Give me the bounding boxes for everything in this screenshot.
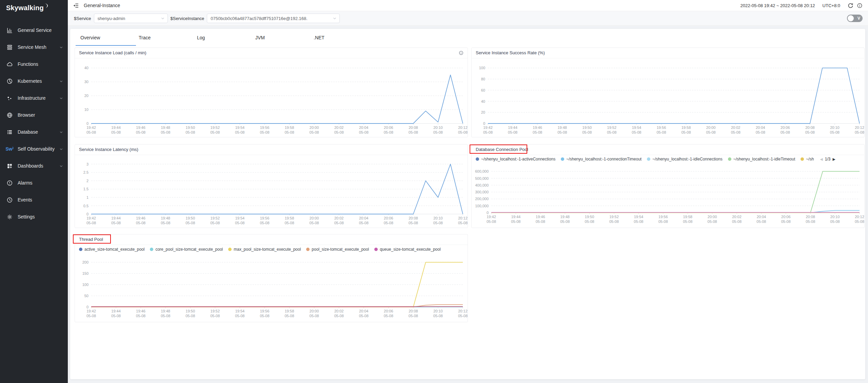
svg-text:200: 200 — [82, 260, 88, 264]
legend-dot — [374, 248, 378, 251]
card-service-instance-latency: Service Instance Latency (ms) 00.511.522… — [75, 144, 468, 228]
svg-text:05-08: 05-08 — [260, 130, 269, 134]
svg-text:05-08: 05-08 — [683, 219, 692, 224]
globe-icon — [6, 112, 13, 118]
legend-item[interactable]: ~/shenyu_localhost:-1-idleConnections — [647, 157, 722, 161]
legend-item[interactable]: ~/sh — [801, 157, 814, 161]
sidebar-item-label: Events — [18, 197, 63, 203]
chevron-down-icon — [59, 147, 63, 151]
svg-text:05-08: 05-08 — [855, 130, 864, 134]
svg-text:19:42: 19:42 — [86, 309, 96, 313]
svg-text:05-08: 05-08 — [310, 221, 319, 225]
tab-overview[interactable]: Overview — [80, 32, 139, 44]
svg-text:05-08: 05-08 — [732, 219, 742, 224]
svg-text:05-08: 05-08 — [111, 130, 121, 134]
legend-dot — [476, 157, 479, 161]
legend-item[interactable]: pool_size-tomcat_execute_pool — [306, 247, 369, 252]
legend-item[interactable]: active_size-tomcat_execute_pool — [79, 247, 144, 252]
svg-text:19:44: 19:44 — [508, 126, 517, 130]
sidebar-item-label: Browser — [18, 112, 63, 118]
svg-text:19:56: 19:56 — [658, 215, 668, 219]
info-icon[interactable] — [857, 3, 863, 8]
svg-text:05-08: 05-08 — [560, 219, 570, 224]
svg-text:20:04: 20:04 — [359, 216, 369, 220]
legend-next-icon[interactable]: ▶ — [832, 157, 835, 161]
svg-text:19:58: 19:58 — [285, 126, 294, 130]
thread-pool-chart[interactable]: 05010015020019:4205-0819:4405-0819:4605-… — [75, 254, 468, 322]
svg-text:19:56: 19:56 — [260, 216, 270, 220]
svg-text:19:50: 19:50 — [583, 126, 592, 130]
sidebar-item-self-observability[interactable]: Sw⁾ Self Observability — [0, 140, 68, 157]
bar-chart-icon — [6, 27, 13, 34]
sidebar-item-browser[interactable]: Browser — [0, 107, 68, 123]
page-title: General-Instance — [84, 3, 120, 8]
svg-text:10: 10 — [84, 108, 88, 112]
sidebar-item-general-service[interactable]: General Service — [0, 22, 68, 39]
sidebar-item-functions[interactable]: Functions — [0, 56, 68, 73]
dashboard-panel: Overview Trace Log JVM .NET Service Inst… — [70, 29, 865, 379]
svg-text:1: 1 — [86, 195, 88, 199]
svg-text:20:00: 20:00 — [310, 309, 319, 313]
sidebar-item-infrastructure[interactable]: Infrastructure — [0, 90, 68, 107]
variables-bar: $Service shenyu-admin $ServiceInstance 0… — [68, 11, 868, 26]
card-thread-pool: Thread Pool active_size-tomcat_execute_p… — [75, 234, 468, 322]
svg-text:19:44: 19:44 — [111, 309, 121, 313]
service-instance-latency-chart[interactable]: 00.511.522.5319:4205-0819:4405-0819:4605… — [75, 155, 468, 229]
view-mode-toggle[interactable]: V — [847, 15, 863, 22]
svg-text:19:42: 19:42 — [86, 126, 96, 130]
sidebar-item-events[interactable]: Events — [0, 191, 68, 208]
menu-collapse-icon[interactable] — [73, 3, 79, 8]
svg-text:40: 40 — [481, 99, 485, 103]
service-instance-select[interactable]: 0750bcb0c06a4877ac578dff7510716e@192.168… — [207, 14, 340, 23]
svg-text:05-08: 05-08 — [830, 219, 840, 224]
skywalking-logo[interactable]: Skywalking — [0, 0, 68, 16]
tab-trace[interactable]: Trace — [139, 32, 197, 44]
svg-text:19:54: 19:54 — [235, 126, 245, 130]
svg-text:05-08: 05-08 — [161, 130, 170, 134]
service-instance-load-chart[interactable]: 01020304019:4205-0819:4405-0819:4605-081… — [75, 58, 468, 138]
info-icon[interactable] — [459, 51, 463, 55]
svg-text:05-08: 05-08 — [111, 314, 121, 318]
service-select[interactable]: shenyu-admin — [94, 14, 168, 23]
tab-jvm[interactable]: JVM — [255, 32, 314, 44]
sidebar-item-kubernetes[interactable]: Kubernetes — [0, 73, 68, 90]
tab-dotnet[interactable]: .NET — [314, 32, 372, 44]
legend-item[interactable]: queue_size-tomcat_execute_pool — [374, 247, 440, 252]
svg-text:19:44: 19:44 — [511, 215, 521, 219]
service-instance-success-rate-chart[interactable]: 02040608010019:4205-0819:4405-0819:4605-… — [472, 58, 864, 138]
sidebar-item-database[interactable]: Database — [0, 123, 68, 140]
svg-text:05-08: 05-08 — [458, 221, 468, 225]
svg-text:20:08: 20:08 — [409, 126, 418, 130]
svg-text:20: 20 — [84, 94, 88, 98]
legend-item[interactable]: ~/shenyu_localhost:-1-activeConnections — [476, 157, 555, 161]
legend-item[interactable]: max_pool_size-tomcat_execute_pool — [228, 247, 301, 252]
tab-log[interactable]: Log — [197, 32, 255, 44]
svg-text:05-08: 05-08 — [185, 221, 195, 225]
svg-text:20:00: 20:00 — [310, 216, 319, 220]
database-connection-pool-chart[interactable]: 0100,000200,000300,000400,000500,000600,… — [472, 163, 864, 228]
svg-text:05-08: 05-08 — [86, 221, 96, 225]
sidebar-item-service-mesh[interactable]: Service Mesh — [0, 39, 68, 56]
svg-text:05-08: 05-08 — [136, 314, 145, 318]
svg-text:05-08: 05-08 — [634, 219, 643, 224]
refresh-icon[interactable] — [848, 3, 853, 8]
legend-prev-icon[interactable]: ◀ — [820, 157, 823, 161]
sidebar-item-dashboards[interactable]: Dashboards — [0, 157, 68, 174]
timezone-label: UTC+8:0 — [823, 3, 840, 8]
sidebar-item-settings[interactable]: Settings — [0, 208, 68, 225]
svg-text:20:02: 20:02 — [731, 126, 741, 130]
sidebar-item-alarms[interactable]: Alarms — [0, 174, 68, 191]
legend-item[interactable]: ~/shenyu_localhost:-1-idleTimeout — [728, 157, 795, 161]
sidebar-item-label: Infrastructure — [18, 95, 59, 101]
sidebar-item-label: Service Mesh — [18, 44, 59, 50]
gear-icon — [6, 213, 13, 220]
time-range-picker[interactable]: 2022-05-08 19:42 ~ 2022-05-08 20:12 — [741, 3, 815, 8]
svg-text:3: 3 — [86, 162, 88, 166]
svg-text:05-08: 05-08 — [409, 130, 418, 134]
legend-item[interactable]: ~/shenyu_localhost:-1-connectionTimeout — [561, 157, 642, 161]
card-title: Service Instance Success Rate (%) — [476, 48, 860, 58]
legend-item[interactable]: core_pool_size-tomcat_execute_pool — [150, 247, 223, 252]
svg-text:05-08: 05-08 — [161, 314, 170, 318]
svg-text:2: 2 — [86, 179, 88, 183]
sidebar-item-label: Dashboards — [18, 163, 59, 169]
